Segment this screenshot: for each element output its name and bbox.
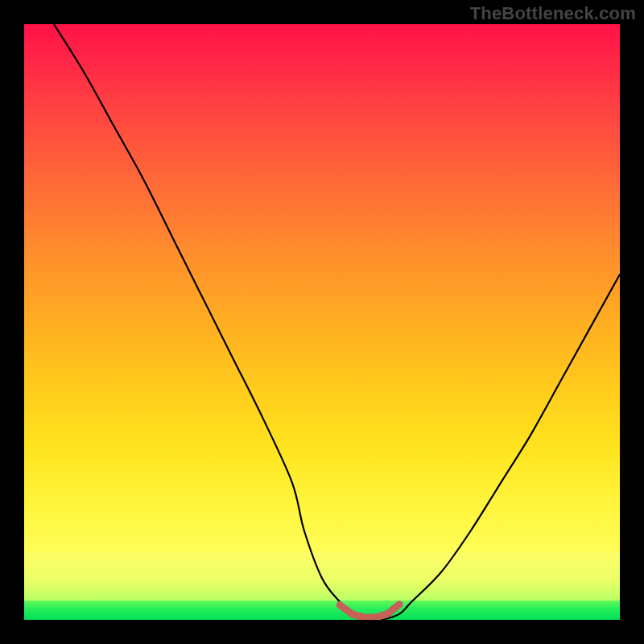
chart-frame: TheBottleneck.com (0, 0, 644, 644)
watermark-text: TheBottleneck.com (470, 3, 636, 24)
optimal-marker (340, 605, 399, 617)
marker-layer (24, 24, 620, 620)
plot-area (24, 24, 620, 620)
